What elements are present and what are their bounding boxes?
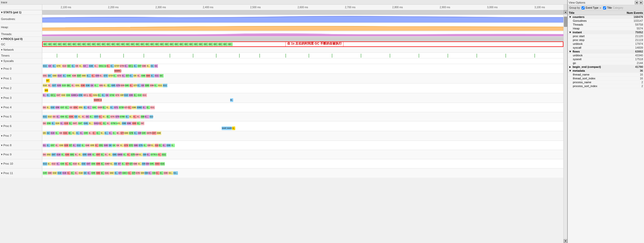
counters-title: ▼ counters bbox=[569, 15, 622, 18]
goroutines-count: 103147 bbox=[622, 19, 643, 22]
title-bar: trace bbox=[0, 0, 567, 5]
proc4-content[interactable]: G4... G... G32 G56 G37 G... G2 G54 G51 G… bbox=[42, 103, 563, 112]
metric-proc-start[interactable]: proc start 21120 bbox=[568, 34, 644, 38]
metric-group-flows[interactable]: ▼ flows 63002 bbox=[568, 50, 644, 54]
metric-sysexit[interactable]: sysexit 17518 bbox=[568, 57, 644, 61]
threads-count: 59758 bbox=[622, 23, 643, 26]
event-type-checkbox[interactable] bbox=[582, 6, 585, 9]
flows-expand-icon[interactable]: ▼ bbox=[569, 50, 572, 53]
proc2-content[interactable]: G10 G... G27 G29 G19 G8... G... G31... G… bbox=[42, 83, 563, 93]
nav-right-button[interactable]: ► bbox=[639, 1, 643, 4]
proc2-row: ▾ Proc 2 G10 G... G27 G29 G19 G8... G...… bbox=[0, 83, 563, 93]
syscalls-content bbox=[42, 58, 563, 64]
metric-group-begin-end[interactable]: ► begin_end (compact) 41790 bbox=[568, 65, 644, 69]
gc-label: GC bbox=[0, 41, 42, 47]
metric-process-sort-index[interactable]: process_sort_index 2 bbox=[568, 84, 644, 88]
svg-rect-9 bbox=[259, 54, 260, 58]
proc1-content[interactable]: G51 G4 G60 G14 G... G46 G36 G37 G60 G...… bbox=[42, 74, 563, 83]
svg-rect-6 bbox=[193, 54, 193, 58]
procs-content bbox=[42, 37, 563, 42]
scroll-down-button[interactable]: ▼ bbox=[564, 239, 567, 243]
tick-label-3: 2,400 ms bbox=[203, 6, 213, 9]
counters-expand-icon[interactable]: ▼ bbox=[569, 15, 572, 18]
begin-end-expand-icon[interactable]: ► bbox=[569, 65, 572, 68]
timers-row: Timers bbox=[0, 53, 563, 58]
network-label: ▾ Network bbox=[0, 47, 42, 52]
metric-unblock[interactable]: unblock 17974 bbox=[568, 42, 644, 46]
svg-rect-11 bbox=[309, 54, 309, 58]
proc11-content[interactable]: G45 G80 G32 G18 G18 G... G... G... G18 G… bbox=[42, 168, 563, 178]
syscall-count: 14839 bbox=[622, 46, 643, 49]
proc8-row: ▾ Proc 8 G1... G... G57 G... G30 G29 G7.… bbox=[0, 141, 563, 150]
proc8-label: ▾ Proc 8 bbox=[0, 141, 42, 150]
proc5-content[interactable]: G11 G12 G3 G... G94 G... G34... G3 G... … bbox=[42, 112, 563, 121]
scroll-thumb[interactable] bbox=[564, 17, 567, 27]
threads-title: Threads bbox=[569, 23, 622, 26]
metric-unblock-flow[interactable]: unblock 43340 bbox=[568, 54, 644, 57]
right-panel: View Options ◄ ► Group by: Event Type ► … bbox=[567, 0, 644, 243]
proc-start-count: 21120 bbox=[622, 35, 643, 38]
svg-rect-2 bbox=[100, 54, 101, 58]
svg-rect-5 bbox=[170, 54, 170, 58]
thread-name-count: 16 bbox=[622, 73, 643, 76]
thread-sort-index-title: thread_sort_index bbox=[569, 77, 622, 80]
vertical-scrollbar[interactable]: ▲ ▼ bbox=[563, 10, 567, 243]
proc0-row: ▾ Proc 0 G11 G4 G... G70 G14 GC G... G9 … bbox=[0, 64, 563, 74]
goroutines-title: Goroutines bbox=[569, 19, 622, 22]
metric-syscall[interactable]: syscall 14839 bbox=[568, 46, 644, 50]
metric-process-name[interactable]: process_name 2 bbox=[568, 80, 644, 84]
metric-heap[interactable]: Heap 5574 bbox=[568, 27, 644, 30]
process-sort-index-title: process_sort_index bbox=[569, 84, 622, 88]
tick-label-4: 2,500 ms bbox=[250, 6, 261, 9]
proc7-content[interactable]: G5... G2 G16 G... G9 G32... M... G... G.… bbox=[42, 131, 563, 141]
proc0-content[interactable]: G11 G4 G... G70 G14 GC G... G9 G... G4 G… bbox=[42, 64, 563, 73]
syscalls-label: ▾ Syscalls bbox=[0, 58, 42, 64]
metric-thread-sort-index[interactable]: thread_sort_index 16 bbox=[568, 77, 644, 80]
main-content: ▾ STATS (pid 1) Goroutines: bbox=[0, 10, 567, 243]
proc3-content[interactable]: G... G... GC (... G47 G32 G34 G466 net..… bbox=[42, 93, 563, 103]
metric-goroutines[interactable]: Goroutines 103147 bbox=[568, 19, 644, 23]
metric-thread-name[interactable]: thread_name 16 bbox=[568, 73, 644, 77]
flows-count: 63002 bbox=[622, 50, 643, 53]
proc6-row: ▾ Proc 6 G4... G58 G... G24 G... G19 G..… bbox=[0, 121, 563, 131]
metric-go[interactable]: go 2144 bbox=[568, 61, 644, 65]
title-checkbox-label: Title bbox=[607, 6, 612, 9]
stats-header-row: ▾ STATS (pid 1) bbox=[0, 10, 563, 15]
svg-rect-19 bbox=[534, 54, 535, 58]
proc10-content[interactable]: G12... G... G12 G... G30 G... G... G10 G… bbox=[42, 159, 563, 168]
metric-group-metadata[interactable]: ▼ metadata 36 bbox=[568, 69, 644, 73]
metric-group-counters[interactable]: ▼ counters 168479 bbox=[568, 15, 644, 19]
title-checkbox[interactable] bbox=[603, 6, 606, 9]
proc6-content[interactable]: G4... G58 G... G24 G... G19 G... G47... … bbox=[42, 121, 563, 131]
proc8-content[interactable]: G1... G... G57 G... G30 G29 G7... G... G… bbox=[42, 141, 563, 150]
metadata-expand-icon[interactable]: ▼ bbox=[569, 69, 572, 72]
proc2-label: ▾ Proc 2 bbox=[0, 83, 42, 93]
svg-rect-17 bbox=[477, 54, 477, 58]
heap-count: 5574 bbox=[622, 27, 643, 30]
unblock-flow-title: unblock bbox=[569, 54, 622, 57]
left-panel: trace 2,100 ms2,200 ms2,300 ms2,400 ms2,… bbox=[0, 0, 567, 243]
metric-threads[interactable]: Threads 59758 bbox=[568, 23, 644, 27]
svg-rect-0 bbox=[57, 54, 57, 58]
scroll-track[interactable] bbox=[564, 14, 567, 239]
process-sort-index-count: 2 bbox=[622, 84, 643, 88]
proc11-row: ▾ Proc 11 G45 G80 G32 G18 G18 G... G... … bbox=[0, 168, 563, 178]
metric-group-instant[interactable]: ▼ instant 75052 bbox=[568, 30, 644, 34]
proc3-label: ▾ Proc 3 bbox=[0, 93, 42, 103]
metric-proc-stop[interactable]: proc stop 21119 bbox=[568, 38, 644, 42]
sysexit-title: sysexit bbox=[569, 58, 622, 61]
proc-stop-title: proc stop bbox=[569, 38, 622, 41]
timers-content bbox=[42, 53, 563, 58]
svg-rect-7 bbox=[216, 54, 217, 58]
thread-sort-index-count: 16 bbox=[622, 77, 643, 80]
proc9-label: ▾ Proc 9 bbox=[0, 150, 42, 159]
proc11-label: ▾ Proc 11 bbox=[0, 168, 42, 178]
scroll-up-button[interactable]: ▲ bbox=[564, 10, 567, 14]
timeline-ticks: 2,100 ms2,200 ms2,300 ms2,400 ms2,500 ms… bbox=[42, 5, 563, 10]
proc9-content[interactable]: G4... G52 G67 G18 G... G30 G61 G... G...… bbox=[42, 150, 563, 159]
nav-left-button[interactable]: ◄ bbox=[635, 1, 638, 4]
stats-label: ▾ STATS (pid 1) bbox=[0, 10, 42, 15]
instant-expand-icon[interactable]: ▼ bbox=[569, 31, 572, 34]
tick-label-0: 2,100 ms bbox=[61, 6, 71, 9]
trace-rows: ▾ STATS (pid 1) Goroutines: bbox=[0, 10, 563, 243]
